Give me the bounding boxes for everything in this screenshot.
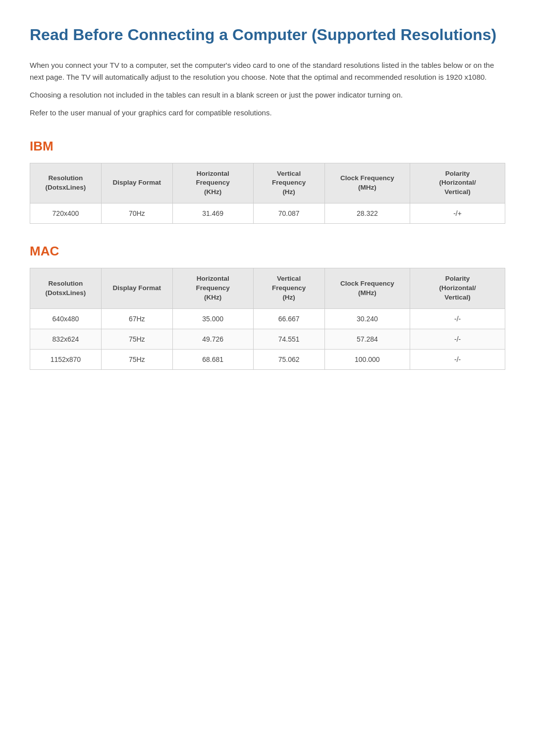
cell-display-format: 75Hz (101, 349, 172, 369)
cell-clock-freq: 28.322 (324, 203, 410, 224)
cell-h-freq: 49.726 (172, 329, 253, 349)
cell-polarity: -/+ (410, 203, 505, 224)
ibm-col-clock-freq: Clock Frequency(MHz) (324, 163, 410, 203)
mac-col-display: Display Format (101, 268, 172, 309)
mac-col-clock-freq: Clock Frequency(MHz) (324, 268, 410, 309)
cell-display-format: 67Hz (101, 308, 172, 329)
cell-h-freq: 35.000 (172, 308, 253, 329)
cell-h-freq: 68.681 (172, 349, 253, 369)
cell-v-freq: 74.551 (253, 329, 324, 349)
mac-col-polarity: Polarity(Horizontal/Vertical) (410, 268, 505, 309)
cell-v-freq: 75.062 (253, 349, 324, 369)
cell-v-freq: 66.667 (253, 308, 324, 329)
mac-section-title: MAC (30, 244, 505, 259)
ibm-col-horiz-freq: HorizontalFrequency(KHz) (172, 163, 253, 203)
cell-h-freq: 31.469 (172, 203, 253, 224)
ibm-col-polarity: Polarity(Horizontal/Vertical) (410, 163, 505, 203)
cell-display-format: 70Hz (101, 203, 172, 224)
intro-paragraph-1: When you connect your TV to a computer, … (30, 59, 505, 83)
mac-col-vert-freq: VerticalFrequency(Hz) (253, 268, 324, 309)
cell-polarity: -/- (410, 349, 505, 369)
table-row: 640x480 67Hz 35.000 66.667 30.240 -/- (30, 308, 505, 329)
table-row: 832x624 75Hz 49.726 74.551 57.284 -/- (30, 329, 505, 349)
cell-clock-freq: 57.284 (324, 329, 410, 349)
ibm-col-resolution: Resolution(DotsxLines) (30, 163, 102, 203)
cell-resolution: 640x480 (30, 308, 102, 329)
cell-resolution: 832x624 (30, 329, 102, 349)
cell-resolution: 720x400 (30, 203, 102, 224)
page-title: Read Before Connecting a Computer (Suppo… (30, 25, 505, 46)
cell-display-format: 75Hz (101, 329, 172, 349)
cell-polarity: -/- (410, 308, 505, 329)
mac-table: Resolution(DotsxLines) Display Format Ho… (30, 268, 505, 370)
intro-section: When you connect your TV to a computer, … (30, 59, 505, 119)
ibm-section-title: IBM (30, 139, 505, 154)
mac-col-horiz-freq: HorizontalFrequency(KHz) (172, 268, 253, 309)
cell-polarity: -/- (410, 329, 505, 349)
table-row: 1152x870 75Hz 68.681 75.062 100.000 -/- (30, 349, 505, 369)
cell-clock-freq: 30.240 (324, 308, 410, 329)
ibm-col-display: Display Format (101, 163, 172, 203)
mac-col-resolution: Resolution(DotsxLines) (30, 268, 102, 309)
ibm-table-header-row: Resolution(DotsxLines) Display Format Ho… (30, 163, 505, 203)
intro-paragraph-3: Refer to the user manual of your graphic… (30, 107, 505, 119)
table-row: 720x400 70Hz 31.469 70.087 28.322 -/+ (30, 203, 505, 224)
cell-clock-freq: 100.000 (324, 349, 410, 369)
intro-paragraph-2: Choosing a resolution not included in th… (30, 89, 505, 101)
ibm-col-vert-freq: VerticalFrequency(Hz) (253, 163, 324, 203)
cell-v-freq: 70.087 (253, 203, 324, 224)
ibm-table: Resolution(DotsxLines) Display Format Ho… (30, 163, 505, 224)
cell-resolution: 1152x870 (30, 349, 102, 369)
mac-table-header-row: Resolution(DotsxLines) Display Format Ho… (30, 268, 505, 309)
